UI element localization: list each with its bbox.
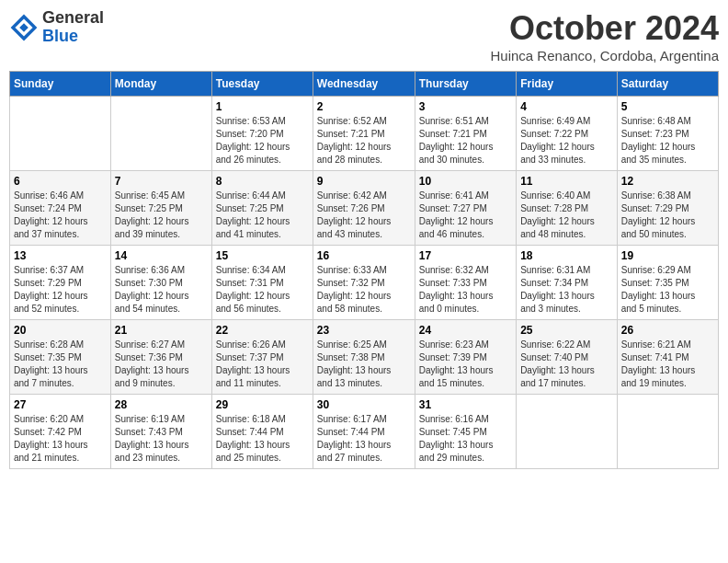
- day-info: Sunrise: 6:37 AM Sunset: 7:29 PM Dayligh…: [14, 264, 107, 316]
- day-cell: 26Sunrise: 6:21 AM Sunset: 7:41 PM Dayli…: [617, 320, 718, 395]
- calendar-body: 1Sunrise: 6:53 AM Sunset: 7:20 PM Daylig…: [10, 97, 719, 469]
- day-number: 30: [317, 398, 411, 411]
- day-info: Sunrise: 6:53 AM Sunset: 7:20 PM Dayligh…: [216, 115, 309, 167]
- day-info: Sunrise: 6:32 AM Sunset: 7:33 PM Dayligh…: [419, 264, 512, 316]
- day-cell: 28Sunrise: 6:19 AM Sunset: 7:43 PM Dayli…: [110, 395, 211, 469]
- day-number: 10: [419, 175, 512, 188]
- day-number: 3: [419, 100, 512, 113]
- day-number: 14: [115, 249, 208, 262]
- day-cell: 14Sunrise: 6:36 AM Sunset: 7:30 PM Dayli…: [110, 246, 211, 320]
- logo-general: General: [42, 8, 104, 27]
- week-row-4: 20Sunrise: 6:28 AM Sunset: 7:35 PM Dayli…: [10, 320, 719, 395]
- day-cell: [110, 97, 211, 171]
- day-number: 28: [115, 398, 208, 411]
- day-info: Sunrise: 6:49 AM Sunset: 7:22 PM Dayligh…: [520, 115, 613, 167]
- day-cell: [617, 395, 718, 469]
- weekday-header-row: SundayMondayTuesdayWednesdayThursdayFrid…: [10, 72, 719, 97]
- day-cell: 19Sunrise: 6:29 AM Sunset: 7:35 PM Dayli…: [617, 246, 718, 320]
- day-number: 2: [317, 100, 411, 113]
- day-info: Sunrise: 6:23 AM Sunset: 7:39 PM Dayligh…: [419, 339, 512, 390]
- day-cell: 29Sunrise: 6:18 AM Sunset: 7:44 PM Dayli…: [211, 395, 313, 469]
- day-cell: 8Sunrise: 6:44 AM Sunset: 7:25 PM Daylig…: [211, 171, 313, 246]
- day-cell: 9Sunrise: 6:42 AM Sunset: 7:26 PM Daylig…: [313, 171, 415, 246]
- week-row-3: 13Sunrise: 6:37 AM Sunset: 7:29 PM Dayli…: [10, 246, 719, 320]
- day-cell: 7Sunrise: 6:45 AM Sunset: 7:25 PM Daylig…: [110, 171, 211, 246]
- day-cell: [10, 97, 111, 171]
- day-cell: 27Sunrise: 6:20 AM Sunset: 7:42 PM Dayli…: [10, 395, 111, 469]
- logo-blue: Blue: [42, 27, 78, 45]
- day-cell: 4Sunrise: 6:49 AM Sunset: 7:22 PM Daylig…: [517, 97, 618, 171]
- day-number: 25: [520, 324, 613, 337]
- day-number: 11: [520, 175, 613, 188]
- day-cell: 25Sunrise: 6:22 AM Sunset: 7:40 PM Dayli…: [517, 320, 618, 395]
- day-number: 6: [14, 175, 107, 188]
- day-info: Sunrise: 6:20 AM Sunset: 7:42 PM Dayligh…: [14, 413, 107, 465]
- header: General Blue October 2024 Huinca Renanco…: [9, 9, 719, 63]
- day-number: 19: [621, 249, 714, 262]
- day-number: 29: [216, 398, 309, 411]
- day-number: 1: [216, 100, 309, 113]
- weekday-thursday: Thursday: [415, 72, 516, 97]
- day-info: Sunrise: 6:27 AM Sunset: 7:36 PM Dayligh…: [115, 339, 208, 390]
- day-number: 16: [317, 249, 411, 262]
- day-info: Sunrise: 6:28 AM Sunset: 7:35 PM Dayligh…: [14, 339, 107, 390]
- day-info: Sunrise: 6:52 AM Sunset: 7:21 PM Dayligh…: [317, 115, 411, 167]
- day-info: Sunrise: 6:41 AM Sunset: 7:27 PM Dayligh…: [419, 190, 512, 241]
- week-row-2: 6Sunrise: 6:46 AM Sunset: 7:24 PM Daylig…: [10, 171, 719, 246]
- week-row-1: 1Sunrise: 6:53 AM Sunset: 7:20 PM Daylig…: [10, 97, 719, 171]
- day-info: Sunrise: 6:34 AM Sunset: 7:31 PM Dayligh…: [216, 264, 309, 316]
- day-number: 5: [621, 100, 714, 113]
- logo: General Blue: [9, 9, 104, 46]
- day-cell: 31Sunrise: 6:16 AM Sunset: 7:45 PM Dayli…: [415, 395, 516, 469]
- day-cell: 30Sunrise: 6:17 AM Sunset: 7:44 PM Dayli…: [313, 395, 415, 469]
- day-number: 23: [317, 324, 411, 337]
- day-info: Sunrise: 6:45 AM Sunset: 7:25 PM Dayligh…: [115, 190, 208, 241]
- day-info: Sunrise: 6:22 AM Sunset: 7:40 PM Dayligh…: [520, 339, 613, 390]
- day-cell: 20Sunrise: 6:28 AM Sunset: 7:35 PM Dayli…: [10, 320, 111, 395]
- week-row-5: 27Sunrise: 6:20 AM Sunset: 7:42 PM Dayli…: [10, 395, 719, 469]
- day-info: Sunrise: 6:21 AM Sunset: 7:41 PM Dayligh…: [621, 339, 714, 390]
- day-number: 12: [621, 175, 714, 188]
- day-info: Sunrise: 6:19 AM Sunset: 7:43 PM Dayligh…: [115, 413, 208, 465]
- day-number: 18: [520, 249, 613, 262]
- day-number: 24: [419, 324, 512, 337]
- location-title: Huinca Renanco, Cordoba, Argentina: [491, 48, 720, 63]
- day-number: 8: [216, 175, 309, 188]
- day-cell: 23Sunrise: 6:25 AM Sunset: 7:38 PM Dayli…: [313, 320, 415, 395]
- day-cell: 11Sunrise: 6:40 AM Sunset: 7:28 PM Dayli…: [517, 171, 618, 246]
- day-cell: 16Sunrise: 6:33 AM Sunset: 7:32 PM Dayli…: [313, 246, 415, 320]
- weekday-saturday: Saturday: [617, 72, 718, 97]
- day-info: Sunrise: 6:16 AM Sunset: 7:45 PM Dayligh…: [419, 413, 512, 465]
- day-cell: 10Sunrise: 6:41 AM Sunset: 7:27 PM Dayli…: [415, 171, 516, 246]
- weekday-sunday: Sunday: [10, 72, 111, 97]
- day-number: 21: [115, 324, 208, 337]
- weekday-tuesday: Tuesday: [211, 72, 313, 97]
- day-number: 22: [216, 324, 309, 337]
- day-info: Sunrise: 6:29 AM Sunset: 7:35 PM Dayligh…: [621, 264, 714, 316]
- day-info: Sunrise: 6:46 AM Sunset: 7:24 PM Dayligh…: [14, 190, 107, 241]
- day-cell: 3Sunrise: 6:51 AM Sunset: 7:21 PM Daylig…: [415, 97, 516, 171]
- day-number: 13: [14, 249, 107, 262]
- day-cell: 12Sunrise: 6:38 AM Sunset: 7:29 PM Dayli…: [617, 171, 718, 246]
- title-area: October 2024 Huinca Renanco, Cordoba, Ar…: [491, 9, 720, 63]
- day-cell: 5Sunrise: 6:48 AM Sunset: 7:23 PM Daylig…: [617, 97, 718, 171]
- calendar-table: SundayMondayTuesdayWednesdayThursdayFrid…: [9, 71, 719, 469]
- month-title: October 2024: [491, 9, 720, 48]
- day-cell: 15Sunrise: 6:34 AM Sunset: 7:31 PM Dayli…: [211, 246, 313, 320]
- day-number: 31: [419, 398, 512, 411]
- day-number: 20: [14, 324, 107, 337]
- day-number: 4: [520, 100, 613, 113]
- weekday-wednesday: Wednesday: [313, 72, 415, 97]
- day-info: Sunrise: 6:25 AM Sunset: 7:38 PM Dayligh…: [317, 339, 411, 390]
- day-number: 17: [419, 249, 512, 262]
- day-info: Sunrise: 6:18 AM Sunset: 7:44 PM Dayligh…: [216, 413, 309, 465]
- day-info: Sunrise: 6:33 AM Sunset: 7:32 PM Dayligh…: [317, 264, 411, 316]
- day-number: 9: [317, 175, 411, 188]
- day-cell: 17Sunrise: 6:32 AM Sunset: 7:33 PM Dayli…: [415, 246, 516, 320]
- day-info: Sunrise: 6:31 AM Sunset: 7:34 PM Dayligh…: [520, 264, 613, 316]
- day-cell: 24Sunrise: 6:23 AM Sunset: 7:39 PM Dayli…: [415, 320, 516, 395]
- day-number: 27: [14, 398, 107, 411]
- day-cell: 21Sunrise: 6:27 AM Sunset: 7:36 PM Dayli…: [110, 320, 211, 395]
- day-cell: 6Sunrise: 6:46 AM Sunset: 7:24 PM Daylig…: [10, 171, 111, 246]
- day-info: Sunrise: 6:17 AM Sunset: 7:44 PM Dayligh…: [317, 413, 411, 465]
